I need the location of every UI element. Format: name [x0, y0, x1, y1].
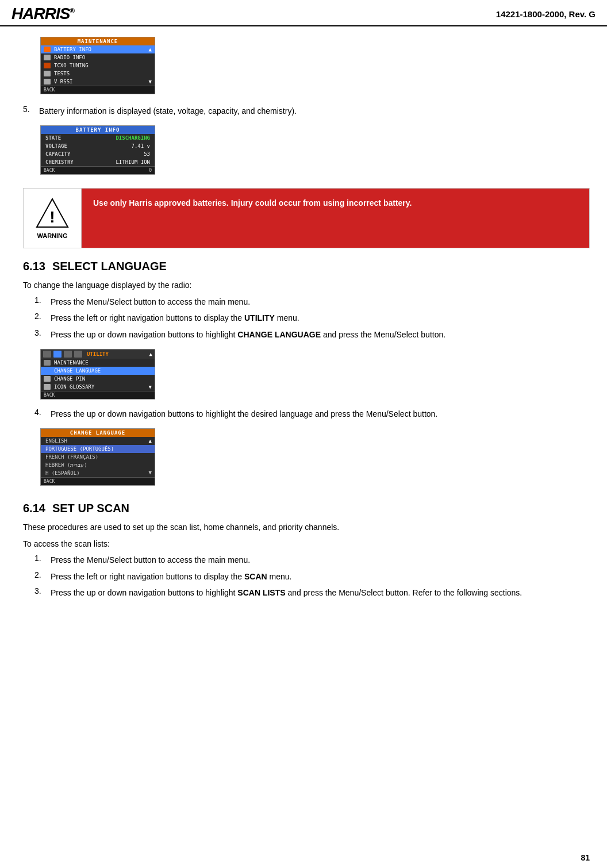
step-614-1: 1. Press the Menu/Select button to acces… [34, 554, 590, 566]
tests-item: TESTS [41, 70, 155, 78]
document-number: 14221-1800-2000, Rev. G [496, 9, 596, 19]
tests-icon [44, 71, 51, 76]
warning-icon-area: ! WARNING [24, 189, 82, 248]
scroll-down-util: ▼ [149, 384, 152, 390]
step-614-1-text: Press the Menu/Select button to access t… [51, 554, 590, 566]
page-number: 81 [581, 853, 590, 862]
battery-footer: BACK 0 [41, 166, 155, 174]
utility-footer: BACK [41, 391, 155, 399]
back-label-utility: BACK [44, 393, 55, 398]
rssi-label: V RSSI [54, 79, 73, 85]
voltage-label: VOLTAGE [45, 143, 67, 149]
step-613-3-num: 3. [34, 328, 46, 341]
state-row: STATE DISCHARGING [41, 134, 155, 142]
section-614-para2: To access the scan lists: [23, 537, 590, 550]
capacity-row: CAPACITY 53 [41, 150, 155, 158]
warning-triangle-icon: ! [35, 197, 70, 229]
step-614-3: 3. Press the up or down navigation butto… [34, 586, 590, 599]
radio-info-label: RADIO INFO [54, 55, 85, 60]
hebrew-item: HEBREW (עברית) [41, 461, 155, 469]
change-language-label: CHANGE LANGUAGE [54, 368, 101, 374]
battery-info-screenshot: BATTERY INFO STATE DISCHARGING VOLTAGE 7… [40, 125, 155, 175]
tcxo-item: TCXO TUNING [41, 62, 155, 70]
state-value: DISCHARGING [116, 135, 150, 141]
step-5: 5. Battery information is displayed (sta… [23, 105, 590, 117]
back-label: BACK [44, 87, 55, 93]
step-613-3: 3. Press the up or down navigation butto… [34, 328, 590, 341]
icon-glossary-icon [44, 384, 51, 390]
lang-scroll-down: ▼ [149, 470, 152, 475]
maintenance-icon [44, 360, 51, 366]
maintenance-screenshot: MAINTENANCE ▲ BATTERY INFO RADIO INFO TC… [40, 37, 155, 94]
section-613-title: SELECT LANGUAGE [52, 260, 167, 273]
maintenance-util-item: MAINTENANCE [41, 359, 155, 367]
step-613-4: 4. Press the up or down navigation butto… [34, 408, 590, 420]
step-613-2-num: 2. [34, 312, 46, 324]
step-614-3-text: Press the up or down navigation buttons … [51, 586, 590, 599]
radio-info-item: RADIO INFO [41, 53, 155, 62]
icon-1 [43, 351, 51, 358]
change-language-icon [44, 368, 51, 374]
step-613-2: 2. Press the left or right navigation bu… [34, 312, 590, 324]
language-screenshot: CHANGE LANGUAGE ▲ ENGLISH PORTUGUESE (PO… [40, 428, 155, 486]
warning-box: ! WARNING Use only Harris approved batte… [23, 188, 590, 248]
chemistry-value: LITHIUM ION [116, 159, 150, 165]
tcxo-icon [44, 63, 51, 68]
change-pin-icon [44, 376, 51, 382]
chemistry-label: CHEMISTRY [45, 159, 74, 165]
step-613-2-text: Press the left or right navigation butto… [51, 312, 590, 324]
battery-info-item: BATTERY INFO [41, 45, 155, 53]
step-613-1-text: Press the Menu/Select button to access t… [51, 295, 590, 308]
tests-label: TESTS [54, 71, 70, 76]
icon-2 [53, 351, 62, 358]
battery-footer-right: 0 [149, 168, 152, 173]
svg-text:!: ! [49, 208, 55, 226]
utility-screenshot: UTILITY ▲ MAINTENANCE CHANGE LANGUAGE CH… [40, 349, 155, 400]
voltage-row: VOLTAGE 7.41 v [41, 142, 155, 150]
step-613-1: 1. Press the Menu/Select button to acces… [34, 295, 590, 308]
step-613-4-text: Press the up or down navigation buttons … [51, 408, 590, 420]
maintenance-util-label: MAINTENANCE [54, 360, 89, 366]
back-label-battery: BACK [44, 168, 55, 173]
page-header: HARRIS® 14221-1800-2000, Rev. G [0, 0, 607, 26]
radio-icon [44, 55, 51, 60]
section-613-heading: 6.13 SELECT LANGUAGE [23, 260, 590, 273]
english-item: ENGLISH [41, 437, 155, 445]
icon-glossary-label: ICON GLOSSARY [54, 384, 94, 390]
utility-icon-bar: UTILITY ▲ [41, 349, 155, 359]
change-pin-item: CHANGE PIN [41, 375, 155, 383]
step-5-number: 5. [23, 105, 34, 117]
section-613-intro: To change the language displayed by the … [23, 279, 590, 291]
scroll-up-arrow: ▲ [149, 351, 152, 357]
section-614-title: SET UP SCAN [52, 502, 129, 515]
company-logo: HARRIS® [11, 5, 74, 23]
step-5-text: Battery information is displayed (state,… [39, 105, 590, 117]
capacity-value: 53 [144, 151, 150, 157]
chemistry-row: CHEMISTRY LITHIUM ION [41, 158, 155, 166]
battery-screen-title: BATTERY INFO [41, 126, 155, 134]
rssi-icon [44, 79, 51, 85]
portuguese-item: PORTUGUESE (PORTUGUÊS) [41, 445, 155, 453]
maintenance-footer: BACK [41, 86, 155, 94]
page-content: MAINTENANCE ▲ BATTERY INFO RADIO INFO TC… [0, 26, 607, 614]
section-614-number: 6.14 [23, 502, 45, 515]
section-614-para1: These procedures are used to set up the … [23, 521, 590, 533]
spanish-item: H (ESPAÑOL) ▼ [41, 469, 155, 477]
step-614-2-text: Press the left or right navigation butto… [51, 570, 590, 583]
language-screen-title: CHANGE LANGUAGE [41, 429, 155, 437]
language-footer: BACK [41, 477, 155, 485]
battery-icon [44, 47, 51, 52]
lang-scroll-up: ▲ [149, 438, 152, 444]
back-label-language: BACK [44, 479, 55, 484]
voltage-value: 7.41 v [131, 143, 150, 149]
utility-title: UTILITY [87, 351, 109, 357]
icon-4 [74, 351, 82, 358]
section-613-number: 6.13 [23, 260, 45, 273]
capacity-label: CAPACITY [45, 151, 70, 157]
warning-text: Use only Harris approved batteries. Inju… [82, 189, 589, 248]
rssi-item: V RSSI ▼ [41, 78, 155, 86]
state-label: STATE [45, 135, 61, 141]
maintenance-screen-title: MAINTENANCE [41, 37, 155, 45]
change-pin-label: CHANGE PIN [54, 376, 85, 382]
battery-info-label: BATTERY INFO [54, 47, 91, 52]
